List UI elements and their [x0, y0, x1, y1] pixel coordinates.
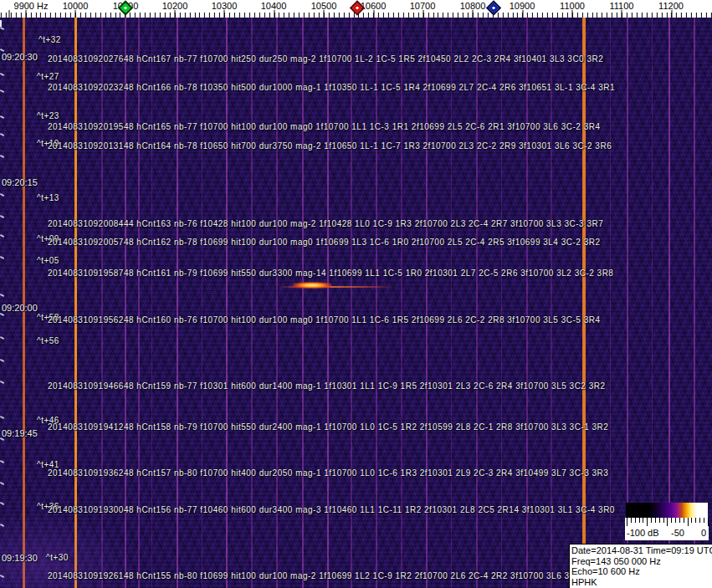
info-station-id: HPHK — [571, 577, 712, 588]
colorbar-gradient — [626, 503, 708, 518]
info-frequency: Freq=143 050 000 Hz — [571, 556, 712, 567]
intensity-colorbar: -100 dB -50 0 — [625, 502, 709, 540]
time-axis-label: 09:20:15 — [2, 177, 38, 187]
meteor-echo-head-blob — [293, 282, 331, 289]
station-info-box: Date=2014-08-31 Time=09:19 UTC Freq=143 … — [569, 544, 712, 588]
colorbar-label-mid: -50 — [671, 528, 684, 538]
event-tag: ^t+56 — [37, 336, 59, 345]
event-line: 20140831091958748 hCnt161 nb-79 f10699 h… — [48, 268, 613, 278]
colorbar-ticks — [625, 518, 709, 528]
event-line: 20140831092019548 hCnt165 nb-77 f10700 h… — [48, 122, 600, 131]
event-line: 20140831092013148 hCnt164 nb-78 f10650 h… — [48, 141, 612, 151]
time-axis-label: 09:20:30 — [2, 52, 38, 62]
event-line: 20140831092027648 hCnt167 nb-77 f10700 h… — [48, 54, 603, 64]
time-axis-label: 09:20:00 — [2, 303, 38, 313]
event-line: 20140831091946648 hCnt159 nb-77 f10301 h… — [48, 381, 606, 391]
event-tag: ^t+23 — [37, 111, 59, 120]
event-line: 20140831091936248 hCnt157 nb-80 f10700 h… — [48, 468, 608, 478]
info-echo: Echo=10 600 Hz — [571, 566, 712, 577]
event-tag: ^t+05 — [37, 256, 59, 265]
colorbar-labels: -100 dB -50 0 — [625, 528, 709, 540]
event-line: 20140831091930048 hCnt156 nb-77 f10460 h… — [48, 505, 615, 514]
event-tag: ^t+13 — [37, 193, 59, 202]
waterfall-spectrogram-canvas[interactable] — [0, 18, 712, 588]
colorbar-label-min: -100 dB — [627, 528, 659, 538]
event-tag: ^t+32 — [38, 35, 61, 44]
event-line: 20140831092008444 hCnt163 nb-76 f10428 h… — [48, 219, 603, 228]
spectrum-lab-waterfall-window: { "freq_axis": { "labels": ["9900 Hz","1… — [0, 0, 712, 588]
event-tag: ^t+27 — [37, 72, 59, 81]
frequency-scale-bar[interactable]: 9900 Hz 10000 10100 10200 10300 10400 10… — [0, 0, 712, 18]
event-line: 20140831092005748 hCnt162 nb-78 f10699 h… — [48, 238, 600, 247]
info-date-time: Date=2014-08-31 Time=09:19 UTC — [571, 545, 712, 556]
event-line: 20140831091956248 hCnt160 nb-76 f10700 h… — [48, 315, 600, 325]
colorbar-label-max: 0 — [701, 528, 706, 538]
event-line: 20140831091926148 hCnt155 nb-80 f10699 h… — [48, 571, 603, 580]
time-axis-label: 09:19:30 — [2, 553, 38, 563]
event-line: 20140831092023248 hCnt166 nb-78 f10350 h… — [48, 83, 615, 92]
event-line: 20140831091941248 hCnt158 nb-79 f10700 h… — [48, 422, 608, 432]
event-tag: ^t+30 — [46, 553, 69, 562]
time-axis-label: 09:19:45 — [2, 428, 38, 438]
